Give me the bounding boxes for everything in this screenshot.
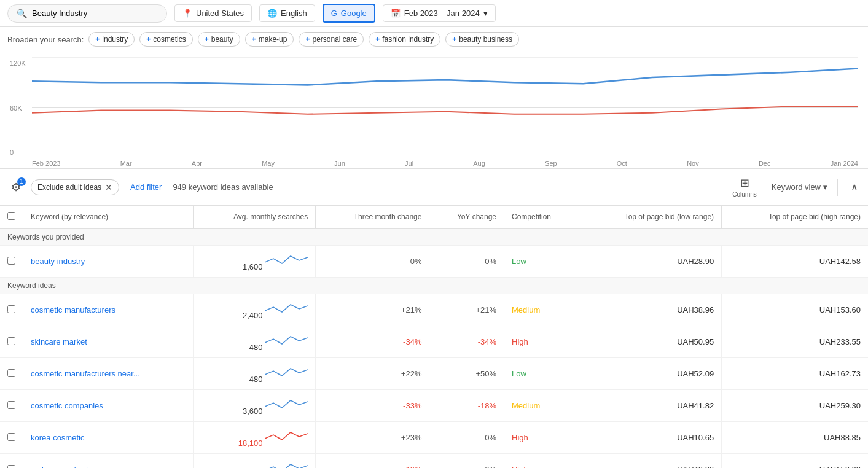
chip-remove-icon[interactable]: ✕ — [105, 182, 112, 192]
row-checkbox[interactable] — [7, 305, 15, 313]
x-label-nov: Nov — [687, 160, 699, 167]
yoy-cell: 0% — [429, 422, 504, 454]
keyword-view-button[interactable]: Keyword view ▾ — [767, 180, 832, 194]
broaden-tag-beauty[interactable]: + beauty — [198, 32, 240, 47]
avg-monthly-value: 2,400 — [243, 311, 263, 320]
collapse-button[interactable]: ∧ — [843, 179, 861, 195]
bid-high-cell: UAH142.58 — [722, 246, 868, 278]
keyword-cell: cosmetic companies — [23, 390, 194, 422]
x-label-may: May — [262, 160, 275, 167]
broaden-tag-label: industry — [102, 35, 128, 44]
competition-value: High — [512, 337, 528, 346]
keyword-link[interactable]: cosmetic manufacturers near... — [31, 369, 140, 378]
x-label-dec: Dec — [759, 160, 771, 167]
keyword-link[interactable]: korea cosmetic — [31, 433, 84, 442]
broaden-tag-industry[interactable]: + industry — [88, 32, 135, 47]
broaden-tag-label: fashion industry — [382, 35, 434, 44]
x-label-jun: Jun — [334, 160, 345, 167]
badge-count: 1 — [17, 177, 26, 186]
three-month-cell: +21% — [316, 294, 429, 326]
broaden-tag-label: beauty — [211, 35, 233, 44]
row-checkbox[interactable] — [7, 433, 15, 441]
google-icon: G — [331, 9, 337, 18]
location-label: United States — [196, 9, 244, 18]
keyword-link[interactable]: cosmetic companies — [31, 401, 103, 410]
row-checkbox[interactable] — [7, 369, 15, 377]
table-row: makeup packaging 320 -19% 0% High UAH40.… — [0, 454, 868, 469]
chart-x-labels: Feb 2023 Mar Apr May Jun Jul Aug Sep Oct… — [32, 158, 858, 168]
plus-icon: + — [375, 35, 380, 44]
language-control[interactable]: 🌐 English — [259, 4, 315, 22]
competition-cell: Medium — [504, 390, 579, 422]
yoy-cell: -34% — [429, 326, 504, 358]
date-range-label: Feb 2023 – Jan 2024 — [404, 9, 480, 18]
competition-cell: Low — [504, 358, 579, 390]
three-month-cell: -34% — [316, 326, 429, 358]
competition-value: Medium — [512, 305, 540, 314]
broaden-tag-personal-care[interactable]: + personal care — [299, 32, 364, 47]
broaden-bar: Broaden your search: + industry + cosmet… — [0, 27, 868, 52]
search-icon: 🔍 — [17, 9, 27, 18]
three-month-cell: +22% — [316, 358, 429, 390]
keyword-cell: makeup packaging — [23, 454, 194, 469]
location-control[interactable]: 📍 United States — [174, 4, 252, 22]
chart-svg — [32, 57, 858, 158]
keyword-count: 949 keyword ideas available — [173, 182, 273, 192]
broaden-tag-cosmetics[interactable]: + cosmetics — [139, 32, 192, 47]
avg-monthly-cell: 480 — [193, 326, 315, 358]
three-month-cell: -19% — [316, 454, 429, 469]
keyword-link[interactable]: beauty industry — [31, 257, 85, 266]
select-all-checkbox[interactable] — [7, 212, 15, 220]
platform-control[interactable]: G Google — [323, 4, 375, 23]
avg-monthly-cell: 2,400 — [193, 294, 315, 326]
bid-low-cell: UAH41.82 — [579, 390, 722, 422]
add-filter-button[interactable]: Add filter — [125, 180, 166, 194]
x-label-sep: Sep — [545, 160, 557, 167]
avg-monthly-value: 3,600 — [243, 407, 263, 416]
broaden-tag-beauty-business[interactable]: + beauty business — [445, 32, 519, 47]
exclude-adult-chip[interactable]: Exclude adult ideas ✕ — [31, 179, 119, 195]
table-row: skincare market 480 -34% -34% High UAH50… — [0, 326, 868, 358]
competition-value: High — [512, 465, 528, 468]
keyword-cell: skincare market — [23, 326, 194, 358]
divider — [837, 179, 838, 196]
x-label-jul: Jul — [405, 160, 413, 167]
col-avg-monthly: Avg. monthly searches — [193, 206, 315, 228]
row-checkbox-cell — [0, 454, 23, 469]
row-checkbox[interactable] — [7, 257, 15, 265]
language-label: English — [281, 9, 307, 18]
keyword-link[interactable]: makeup packaging — [31, 465, 98, 468]
avg-monthly-value: 18,100 — [238, 439, 263, 448]
col-competition: Competition — [504, 206, 579, 228]
keyword-link[interactable]: skincare market — [31, 337, 87, 346]
y-label-120k: 120K — [10, 60, 28, 67]
search-box[interactable]: 🔍 — [7, 4, 167, 23]
columns-button[interactable]: ⊞ Columns — [727, 174, 761, 200]
competition-value: Medium — [512, 401, 540, 410]
three-month-cell: 0% — [316, 246, 429, 278]
bid-low-cell: UAH52.09 — [579, 358, 722, 390]
filter-badge[interactable]: ⚙ 1 — [7, 179, 25, 196]
row-checkbox[interactable] — [7, 337, 15, 345]
broaden-tag-label: cosmetics — [153, 35, 186, 44]
search-input[interactable] — [32, 9, 158, 18]
row-checkbox-cell — [0, 422, 23, 454]
keyword-link[interactable]: cosmetic manufacturers — [31, 305, 115, 314]
avg-monthly-value: 480 — [249, 343, 263, 352]
date-control[interactable]: 📅 Feb 2023 – Jan 2024 ▾ — [383, 4, 496, 22]
col-yoy: YoY change — [429, 206, 504, 228]
plus-icon: + — [252, 35, 256, 44]
plus-icon: + — [146, 35, 151, 44]
row-checkbox[interactable] — [7, 465, 15, 469]
avg-monthly-cell: 320 — [193, 454, 315, 469]
platform-label: Google — [341, 9, 367, 18]
row-checkbox[interactable] — [7, 401, 15, 409]
broaden-tag-fashion-industry[interactable]: + fashion industry — [369, 32, 440, 47]
keyword-cell: korea cosmetic — [23, 422, 194, 454]
keyword-cell: cosmetic manufacturers — [23, 294, 194, 326]
bid-high-cell: UAH88.85 — [722, 422, 868, 454]
chart-y-labels: 120K 60K 0 — [10, 57, 28, 158]
plus-icon: + — [95, 35, 100, 44]
broaden-tag-makeup[interactable]: + make-up — [245, 32, 294, 47]
yoy-cell: 0% — [429, 454, 504, 469]
